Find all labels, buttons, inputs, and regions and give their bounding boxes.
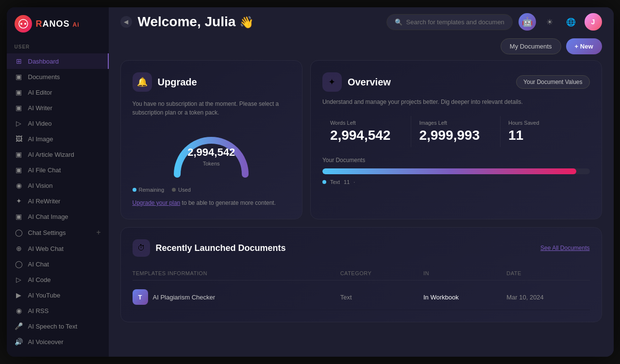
recent-title: Recently Launched Documents bbox=[156, 243, 286, 253]
overview-description: Understand and manage your projects bett… bbox=[322, 98, 590, 106]
overview-header: ✦ Overview Your Document Values bbox=[322, 72, 590, 92]
meta-dot bbox=[322, 180, 326, 184]
header-left: ◀ Welcome, Julia 👋 bbox=[120, 14, 254, 30]
sidebar-item-ai-image[interactable]: 🖼 AI Image bbox=[7, 131, 109, 147]
sidebar-item-dashboard[interactable]: ⊞ Dashboard bbox=[7, 53, 109, 69]
sidebar-item-label: AI RSS bbox=[28, 307, 49, 314]
row-in: In Workbook bbox=[423, 294, 506, 301]
sidebar-item-ai-writer[interactable]: ▣ AI Writer bbox=[7, 100, 109, 116]
th-templates: Templates Information bbox=[133, 270, 340, 276]
row-name: T AI Plagiarism Checker bbox=[133, 289, 340, 305]
sidebar-item-ai-web-chat[interactable]: ⊕ AI Web Chat bbox=[7, 241, 109, 256]
sidebar-item-chat-settings[interactable]: ◯ Chat Settings + bbox=[7, 224, 109, 241]
table-row[interactable]: T AI Plagiarism Checker Text In Workbook… bbox=[133, 284, 590, 310]
th-date: Date bbox=[506, 270, 589, 276]
sidebar-item-ai-vision[interactable]: ◉ AI Vision bbox=[7, 178, 109, 193]
new-button[interactable]: + New bbox=[566, 38, 602, 54]
sidebar-item-documents[interactable]: ▣ Documents bbox=[7, 69, 109, 84]
ai-file-chat-icon: ▣ bbox=[15, 166, 23, 174]
sidebar-item-ai-video[interactable]: ▷ AI Video bbox=[7, 116, 109, 131]
sidebar-item-ai-rss[interactable]: ◉ AI RSS bbox=[7, 303, 109, 318]
used-dot bbox=[172, 188, 176, 192]
header-right: 🔍 🤖 ☀ 🌐 J bbox=[386, 13, 602, 31]
stat-hours-saved: Hours Saved 11 bbox=[501, 116, 590, 147]
ai-image-icon: 🖼 bbox=[15, 135, 23, 143]
recent-title-row: ⏱ Recently Launched Documents bbox=[133, 239, 286, 257]
sidebar-item-ai-voiceover[interactable]: 🔊 AI Voiceover bbox=[7, 334, 109, 349]
ai-video-icon: ▷ bbox=[15, 119, 23, 127]
sidebar-item-label: AI Editor bbox=[28, 89, 52, 96]
sidebar-item-ai-article-wizard[interactable]: ▣ AI Article Wizard bbox=[7, 147, 109, 162]
search-bar[interactable]: 🔍 bbox=[386, 14, 513, 30]
page-title: Welcome, Julia 👋 bbox=[138, 14, 254, 30]
language-button[interactable]: 🌐 bbox=[563, 14, 579, 30]
search-icon: 🔍 bbox=[395, 18, 402, 26]
docs-meta: Text 11 · bbox=[322, 179, 590, 185]
ai-rewriter-icon: ✦ bbox=[15, 197, 23, 205]
sidebar-item-label: AI Article Wizard bbox=[28, 151, 74, 158]
sidebar-item-ai-chat-image[interactable]: ▣ AI Chat Image bbox=[7, 209, 109, 224]
upgrade-plan-link[interactable]: Upgrade your plan bbox=[133, 199, 181, 206]
overview-card: ✦ Overview Your Document Values Understa… bbox=[310, 60, 602, 219]
logo: RANOS Ai bbox=[7, 15, 109, 42]
sidebar-item-ai-speech[interactable]: 🎤 AI Speech to Text bbox=[7, 318, 109, 334]
ai-voiceover-icon: 🔊 bbox=[15, 338, 23, 346]
sidebar-item-ai-chat[interactable]: ◯ AI Chat bbox=[7, 256, 109, 272]
overview-title-row: ✦ Overview bbox=[322, 72, 391, 92]
ai-code-icon: ▷ bbox=[15, 276, 23, 283]
upgrade-card: 🔔 Upgrade You have no subscription at th… bbox=[120, 60, 302, 219]
words-left-value: 2,994,542 bbox=[330, 128, 403, 143]
doc-type-label: Text bbox=[330, 179, 340, 185]
row-initial: T bbox=[133, 289, 148, 305]
sidebar-item-label: AI Speech to Text bbox=[28, 323, 78, 330]
remaining-dot bbox=[133, 188, 136, 192]
hours-saved-label: Hours Saved bbox=[508, 120, 582, 126]
row-date: Mar 10, 2024 bbox=[506, 294, 589, 301]
collapse-sidebar-button[interactable]: ◀ bbox=[120, 16, 132, 28]
see-all-documents-link[interactable]: See All Documents bbox=[540, 245, 589, 251]
sidebar-item-label: Documents bbox=[28, 73, 60, 81]
ai-rss-icon: ◉ bbox=[15, 307, 23, 314]
sidebar-item-label: AI Chat Image bbox=[28, 213, 68, 220]
main-content: ◀ Welcome, Julia 👋 🔍 🤖 ☀ 🌐 J bbox=[109, 7, 614, 357]
gauge-number: 2,994,542 bbox=[187, 146, 235, 159]
recent-header: ⏱ Recently Launched Documents See All Do… bbox=[133, 239, 590, 257]
ai-chat-icon: ◯ bbox=[15, 260, 23, 268]
logo-text: RANOS Ai bbox=[36, 19, 80, 29]
gauge-value: 2,994,542 Tokens bbox=[187, 146, 235, 167]
gauge-legend: Remaining Used bbox=[133, 187, 290, 193]
row-category: Text bbox=[340, 294, 423, 301]
svg-point-0 bbox=[19, 19, 28, 28]
sidebar-item-ai-youtube[interactable]: ▶ AI YouTube bbox=[7, 287, 109, 303]
sidebar-item-ai-rewriter[interactable]: ✦ AI ReWriter bbox=[7, 193, 109, 209]
ai-vision-icon: ◉ bbox=[15, 182, 23, 189]
hours-saved-value: 11 bbox=[508, 128, 582, 143]
ai-web-chat-icon: ⊕ bbox=[15, 245, 23, 252]
upgrade-description: You have no subscription at the moment. … bbox=[133, 99, 290, 117]
user-avatar[interactable]: J bbox=[585, 13, 602, 31]
ai-youtube-icon: ▶ bbox=[15, 291, 23, 299]
sidebar-item-label: AI Writer bbox=[28, 104, 52, 112]
doc-values-button[interactable]: Your Document Values bbox=[516, 75, 589, 89]
overview-icon: ✦ bbox=[322, 72, 342, 92]
images-left-value: 2,999,993 bbox=[419, 128, 492, 143]
gauge-label: Tokens bbox=[203, 161, 220, 166]
stat-words-left: Words Left 2,994,542 bbox=[322, 116, 412, 147]
sidebar-item-label: AI Code bbox=[28, 276, 51, 283]
sidebar-item-label: AI Vision bbox=[28, 182, 53, 189]
ai-writer-icon: ▣ bbox=[15, 104, 23, 112]
documents-icon: ▣ bbox=[15, 73, 23, 81]
recent-icon: ⏱ bbox=[133, 239, 150, 257]
progress-bar-fill bbox=[322, 168, 576, 174]
brightness-button[interactable]: ☀ bbox=[542, 14, 557, 30]
my-documents-button[interactable]: My Documents bbox=[501, 38, 561, 54]
sidebar-item-ai-file-chat[interactable]: ▣ AI File Chat bbox=[7, 162, 109, 178]
sidebar-item-ai-code[interactable]: ▷ AI Code bbox=[7, 272, 109, 287]
sidebar-item-label: AI Video bbox=[28, 120, 52, 127]
your-docs-label: Your Documents bbox=[322, 157, 590, 164]
sidebar-item-ai-editor[interactable]: ▣ AI Editor bbox=[7, 84, 109, 100]
ai-assistant-avatar[interactable]: 🤖 bbox=[519, 13, 536, 31]
sidebar-item-label: AI ReWriter bbox=[28, 198, 61, 205]
search-input[interactable] bbox=[406, 18, 504, 26]
chat-settings-plus[interactable]: + bbox=[96, 228, 101, 237]
